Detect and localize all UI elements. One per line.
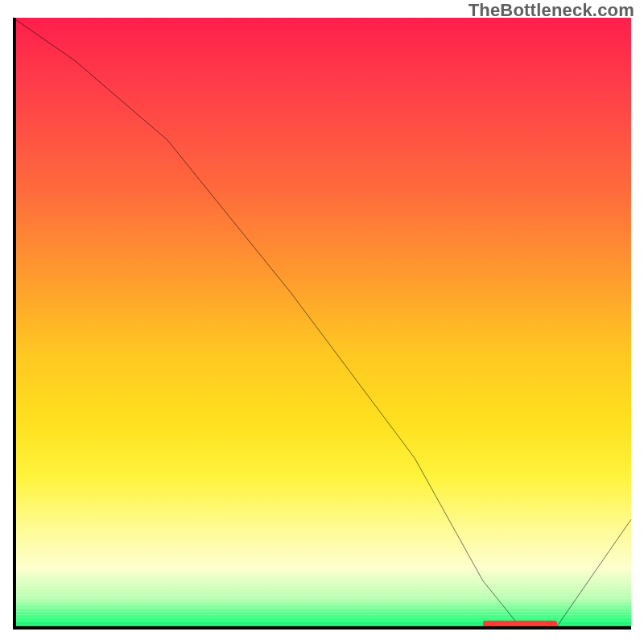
chart-plot-area	[13, 18, 631, 630]
optimal-range-marker	[483, 621, 557, 627]
bottleneck-curve-line	[13, 18, 631, 630]
